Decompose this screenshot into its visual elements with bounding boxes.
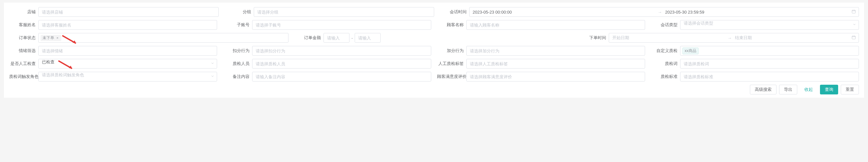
field-group: 分组 bbox=[224, 7, 434, 17]
label-qc-standard: 质检标准 bbox=[651, 74, 680, 80]
label-order-time: 下单时间 bbox=[580, 35, 609, 41]
session-start-value: 2023-05-23 00:00:00 bbox=[471, 10, 656, 14]
custom-qc-tag: xx商品 bbox=[682, 47, 699, 54]
label-manual-qc-tag: 人工质检标签 bbox=[437, 61, 466, 67]
session-end-value: 2023-05-30 23:59:59 bbox=[663, 10, 849, 14]
calendar-icon bbox=[851, 35, 856, 41]
field-qc-word: 质检词 bbox=[651, 59, 859, 69]
svg-rect-0 bbox=[852, 10, 856, 13]
reset-button[interactable]: 重置 bbox=[841, 85, 859, 94]
label-shop: 店铺 bbox=[9, 9, 38, 15]
qc-standard-input[interactable] bbox=[680, 72, 859, 81]
label-add-action: 加分行为 bbox=[437, 48, 466, 54]
search-form: 店铺 分组 会话时间 2023-05-23 00:00:00 → 2023-05… bbox=[4, 3, 864, 98]
label-qc-role: 质检词触发角色 bbox=[9, 74, 38, 80]
label-manual-check: 是否人工检查 bbox=[9, 61, 38, 67]
emotion-input[interactable] bbox=[38, 46, 217, 55]
field-qc-person: 质检人员 bbox=[223, 59, 431, 69]
satisfaction-input[interactable] bbox=[466, 72, 645, 81]
label-agent-name: 客服姓名 bbox=[9, 22, 38, 28]
order-status-tag: 未下单 × bbox=[40, 35, 61, 41]
field-qc-role: 质检词触发角色 请选择质检词触发角色 bbox=[9, 72, 217, 81]
field-order-amount: 订单金额 - bbox=[294, 33, 574, 43]
qc-role-select[interactable]: 请选择质检词触发角色 bbox=[38, 72, 217, 81]
field-manual-qc-tag: 人工质检标签 bbox=[437, 59, 645, 69]
label-sub-account: 子账号 bbox=[223, 22, 252, 28]
add-action-input[interactable] bbox=[466, 46, 645, 55]
field-shop: 店铺 bbox=[9, 7, 219, 17]
label-remark: 备注内容 bbox=[223, 74, 252, 80]
field-session-time: 会话时间 2023-05-23 00:00:00 → 2023-05-30 23… bbox=[440, 7, 859, 17]
deduct-action-input[interactable] bbox=[252, 46, 431, 55]
field-manual-check: 是否人工检查 已检查 bbox=[9, 59, 217, 69]
shop-input[interactable] bbox=[38, 7, 219, 17]
session-type-select[interactable]: 请选择会话类型 bbox=[680, 20, 859, 30]
label-deduct-action: 扣分行为 bbox=[223, 48, 252, 54]
arrow-right-icon: → bbox=[726, 36, 733, 40]
advanced-search-button[interactable]: 高级搜索 bbox=[750, 85, 776, 94]
qc-person-input[interactable] bbox=[252, 59, 431, 69]
manual-check-select[interactable]: 已检查 bbox=[38, 59, 217, 69]
label-qc-word: 质检词 bbox=[651, 61, 680, 67]
svg-rect-1 bbox=[852, 36, 856, 39]
field-deduct-action: 扣分行为 bbox=[223, 46, 431, 55]
field-custom-qc: 自定义质检 xx商品 bbox=[651, 46, 859, 55]
form-row: 质检词触发角色 请选择质检词触发角色 备注内容 顾客满意度评价 质检标准 bbox=[9, 72, 859, 81]
arrow-right-icon: → bbox=[656, 10, 663, 14]
field-satisfaction: 顾客满意度评价 bbox=[437, 72, 645, 81]
field-order-time: 下单时间 开始日期 → 结束日期 bbox=[580, 33, 859, 43]
label-session-time: 会话时间 bbox=[440, 9, 469, 15]
close-icon[interactable]: × bbox=[56, 36, 59, 40]
session-time-range[interactable]: 2023-05-23 00:00:00 → 2023-05-30 23:59:5… bbox=[469, 7, 859, 17]
field-add-action: 加分行为 bbox=[437, 46, 645, 55]
order-end-placeholder: 结束日期 bbox=[733, 35, 849, 41]
order-amount-min-input[interactable] bbox=[323, 33, 349, 43]
range-dash: - bbox=[351, 36, 353, 40]
remark-input[interactable] bbox=[252, 72, 431, 81]
order-start-placeholder: 开始日期 bbox=[610, 35, 726, 41]
form-row: 情绪筛选 扣分行为 加分行为 自定义质检 xx商品 bbox=[9, 46, 859, 55]
customer-name-input[interactable] bbox=[466, 20, 645, 30]
qc-word-input[interactable] bbox=[680, 59, 859, 69]
label-customer-name: 顾客名称 bbox=[437, 22, 466, 28]
order-status-input[interactable]: 未下单 × bbox=[38, 33, 288, 43]
field-sub-account: 子账号 bbox=[223, 20, 431, 30]
tag-label: 未下单 bbox=[42, 35, 54, 41]
label-order-status: 订单状态 bbox=[9, 35, 38, 41]
form-row: 客服姓名 子账号 顾客名称 会话类型 请选择会话类型 bbox=[9, 20, 859, 30]
export-button[interactable]: 导出 bbox=[779, 85, 797, 94]
field-order-status: 订单状态 未下单 × bbox=[9, 33, 288, 43]
sub-account-input[interactable] bbox=[252, 20, 431, 30]
field-agent-name: 客服姓名 bbox=[9, 20, 217, 30]
form-row: 订单状态 未下单 × 订单金额 - 下单时间 bbox=[9, 33, 859, 43]
field-customer-name: 顾客名称 bbox=[437, 20, 645, 30]
label-order-amount: 订单金额 bbox=[294, 35, 323, 41]
order-time-range[interactable]: 开始日期 → 结束日期 bbox=[609, 33, 859, 43]
label-qc-person: 质检人员 bbox=[223, 61, 252, 67]
calendar-icon bbox=[851, 9, 856, 15]
agent-name-input[interactable] bbox=[38, 20, 217, 30]
label-satisfaction: 顾客满意度评价 bbox=[437, 74, 466, 80]
label-session-type: 会话类型 bbox=[651, 22, 680, 28]
group-input[interactable] bbox=[254, 7, 434, 17]
field-qc-standard: 质检标准 bbox=[651, 72, 859, 81]
field-session-type: 会话类型 请选择会话类型 bbox=[651, 20, 859, 30]
form-row: 店铺 分组 会话时间 2023-05-23 00:00:00 → 2023-05… bbox=[9, 7, 859, 17]
field-emotion: 情绪筛选 bbox=[9, 46, 217, 55]
manual-qc-tag-input[interactable] bbox=[466, 59, 645, 69]
action-bar: 高级搜索 导出 收起 查询 重置 bbox=[9, 85, 859, 94]
label-group: 分组 bbox=[224, 9, 254, 15]
label-emotion: 情绪筛选 bbox=[9, 48, 38, 54]
custom-qc-input[interactable]: xx商品 bbox=[680, 46, 859, 55]
label-custom-qc: 自定义质检 bbox=[651, 48, 680, 54]
order-amount-max-input[interactable] bbox=[355, 33, 381, 43]
form-row: 是否人工检查 已检查 质检人员 人工质检标签 质检词 bbox=[9, 59, 859, 69]
query-button[interactable]: 查询 bbox=[820, 85, 838, 94]
tag-label: xx商品 bbox=[685, 48, 696, 54]
collapse-button[interactable]: 收起 bbox=[800, 85, 817, 94]
field-remark: 备注内容 bbox=[223, 72, 431, 81]
